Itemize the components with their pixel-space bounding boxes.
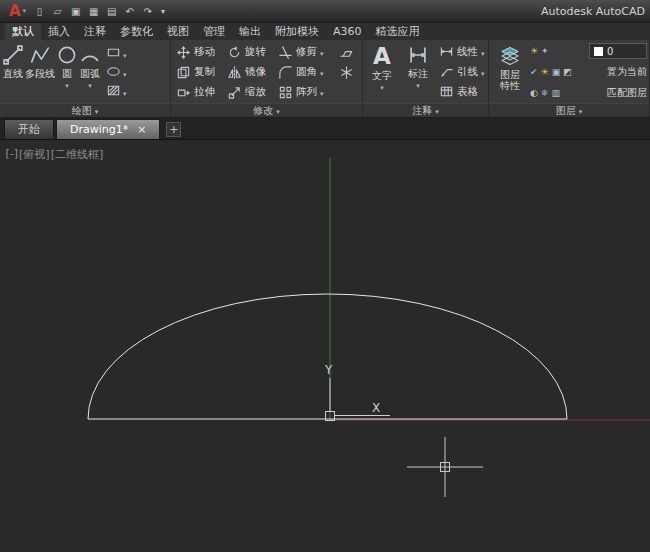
viewport-visual-style-control[interactable]: [二维线框]: [50, 147, 104, 162]
tool-line[interactable]: 直线: [2, 40, 24, 103]
tool-polyline[interactable]: 多段线: [25, 40, 55, 103]
tool-label: 圆: [62, 68, 72, 79]
save-icon[interactable]: ▣: [67, 3, 84, 19]
ribbon: 直线 多段线 圆 圆弧: [0, 40, 650, 118]
ribbon-panel-layers: 图层特性 ☀ ✦ 0 ✔ ☀ ▣ ◩: [489, 40, 650, 117]
tool-scale[interactable]: 缩放: [227, 85, 274, 100]
flyout-caret-icon: [320, 66, 324, 78]
layer-walk-icon[interactable]: ▥: [551, 88, 560, 98]
arc-geometry[interactable]: [88, 294, 567, 419]
erase-icon: [339, 45, 354, 60]
chevron-down-icon: ▾: [23, 7, 27, 15]
ribbon-tab-home[interactable]: 默认: [5, 23, 41, 40]
tool-mirror[interactable]: 镜像: [227, 65, 274, 80]
tool-layer-properties[interactable]: 图层特性: [492, 41, 528, 103]
ribbon-tab-featured-apps[interactable]: 精选应用: [369, 23, 427, 40]
file-tab-start[interactable]: 开始: [4, 119, 54, 139]
layer-make-current-icon[interactable]: ✔: [530, 67, 538, 77]
line-icon: [2, 44, 24, 66]
tool-move[interactable]: 移动: [176, 45, 223, 60]
tool-text[interactable]: A 文字: [365, 40, 399, 103]
panel-title-annotate[interactable]: 注释: [363, 103, 488, 117]
rotate-icon: [227, 45, 242, 60]
tool-arc[interactable]: 圆弧: [79, 40, 101, 103]
ribbon-tab-insert[interactable]: 插入: [41, 23, 77, 40]
ribbon-tab-manage[interactable]: 管理: [196, 23, 232, 40]
autocad-window: A ▾ ▯ ▱ ▣ ▦ ▤ ↶ ↷ ▾ Autodesk AutoCAD 默认 …: [0, 0, 650, 552]
tool-hatch[interactable]: [106, 83, 127, 98]
tool-label: 文字: [372, 70, 392, 81]
flyout-caret-icon: [481, 66, 485, 78]
tool-leader[interactable]: 引线: [439, 63, 485, 81]
ribbon-tab-addins[interactable]: 附加模块: [268, 23, 326, 40]
tool-erase[interactable]: [339, 45, 355, 60]
tool-circle[interactable]: 圆: [56, 40, 78, 103]
ribbon-panel-modify: 移动 旋转 修剪 复制: [171, 40, 363, 117]
ribbon-tab-a360[interactable]: A360: [326, 23, 369, 40]
layer-bulb-icon[interactable]: ☀: [541, 67, 549, 77]
panel-title-draw[interactable]: 绘图: [0, 103, 170, 117]
new-file-icon[interactable]: ▯: [31, 3, 48, 19]
layer-off-icon[interactable]: ◐: [530, 88, 538, 98]
plot-icon[interactable]: ▤: [103, 3, 120, 19]
hatch-icon: [106, 83, 121, 98]
ribbon-tab-output[interactable]: 输出: [232, 23, 268, 40]
tool-label: 圆角: [296, 65, 317, 79]
tool-linear-dimension[interactable]: 线性: [439, 43, 485, 61]
layer-color-swatch: [594, 47, 603, 56]
match-layer-button[interactable]: 匹配图层: [607, 86, 647, 100]
tool-array[interactable]: 阵列: [278, 85, 335, 100]
tool-ellipse[interactable]: [106, 64, 127, 79]
new-tab-button[interactable]: +: [166, 122, 181, 137]
tool-dimension[interactable]: 标注: [401, 40, 435, 103]
close-icon[interactable]: ×: [137, 124, 146, 135]
layer-thaw-icon[interactable]: ❄: [541, 88, 549, 98]
tool-label: 修剪: [296, 45, 317, 59]
viewport-minimize-control[interactable]: [-]: [5, 147, 19, 162]
panel-title-layers[interactable]: 图层: [489, 103, 649, 117]
tool-explode[interactable]: [339, 65, 355, 80]
undo-icon[interactable]: ↶: [121, 3, 138, 19]
layer-freeze-icon[interactable]: ✦: [541, 46, 549, 56]
layer-select[interactable]: 0: [589, 43, 647, 59]
file-tab-drawing1[interactable]: Drawing1* ×: [56, 119, 160, 139]
ribbon-tab-annotate[interactable]: 注释: [77, 23, 113, 40]
panel-title-modify[interactable]: 修改: [171, 103, 362, 117]
tool-copy[interactable]: 复制: [176, 65, 223, 80]
tool-label: 线性: [457, 45, 478, 59]
layer-lock-icon[interactable]: ▣: [552, 67, 561, 77]
save-as-icon[interactable]: ▦: [85, 3, 102, 19]
linear-dimension-icon: [439, 44, 454, 59]
redo-icon[interactable]: ↷: [139, 3, 156, 19]
file-tab-label: 开始: [18, 122, 40, 137]
tool-label: 阵列: [296, 85, 317, 99]
panel-title-label: 图层: [556, 104, 576, 118]
ribbon-tab-parametric[interactable]: 参数化: [113, 23, 160, 40]
tool-rotate[interactable]: 旋转: [227, 45, 274, 60]
scale-icon: [227, 85, 242, 100]
tool-label: 移动: [194, 45, 215, 59]
tool-stretch[interactable]: 拉伸: [176, 85, 223, 100]
drawing-canvas[interactable]: [-] [俯视] [二维线框] Y X: [0, 140, 650, 552]
viewport-view-control[interactable]: [俯视]: [19, 147, 51, 162]
app-menu-button[interactable]: A ▾: [5, 4, 30, 19]
flyout-caret-icon: [380, 83, 384, 90]
ucs-y-label: Y: [324, 363, 333, 377]
app-title: Autodesk AutoCAD: [541, 5, 645, 18]
crosshair-cursor: [407, 437, 483, 497]
tool-label: 直线: [3, 68, 23, 79]
tool-table[interactable]: 表格: [439, 83, 485, 101]
toolbar-menu-caret-icon[interactable]: ▾: [157, 3, 169, 19]
tool-rectangle[interactable]: [106, 45, 127, 60]
open-folder-icon[interactable]: ▱: [49, 3, 66, 19]
layer-on-icon[interactable]: ☀: [530, 46, 538, 56]
make-current-button[interactable]: 置为当前: [607, 65, 647, 79]
tool-fillet[interactable]: 圆角: [278, 65, 335, 80]
panel-title-label: 修改: [253, 104, 273, 118]
layer-isolate-icon[interactable]: ◩: [563, 67, 572, 77]
ribbon-tab-view[interactable]: 视图: [160, 23, 196, 40]
tool-label: 表格: [457, 85, 478, 99]
panel-expand-caret-icon: [435, 105, 439, 116]
ribbon-tab-strip: 默认 插入 注释 参数化 视图 管理 输出 附加模块 A360 精选应用: [0, 23, 650, 40]
tool-trim[interactable]: 修剪: [278, 45, 335, 60]
